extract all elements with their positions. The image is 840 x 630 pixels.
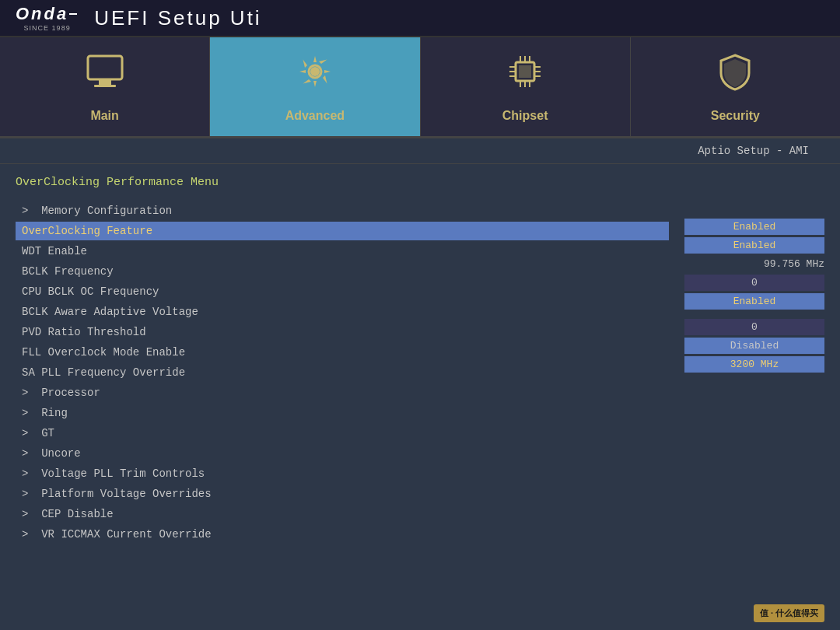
svg-rect-1: [99, 79, 111, 85]
chip-icon: [505, 51, 545, 101]
menu-item-cpu-bclk[interactable]: CPU BCLK OC Frequency: [16, 282, 669, 301]
menu-item-overclocking-label: OverClocking Feature: [22, 225, 152, 237]
menu-item-bclk-aware-label: BCLK Aware Adaptive Voltage: [22, 306, 198, 318]
tab-advanced[interactable]: Advanced: [210, 37, 420, 136]
tab-main-label: Main: [90, 109, 118, 123]
menu-item-vr-label: > VR ICCMAX Current Override: [22, 528, 212, 541]
tab-chipset-label: Chipset: [502, 109, 548, 123]
menu-item-cpu-bclk-label: CPU BCLK OC Frequency: [22, 285, 159, 298]
menu-item-platform-voltage-label: > Platform Voltage Overrides: [22, 488, 212, 500]
menu-item-fll-label: FLL Overclock Mode Enable: [22, 346, 185, 359]
watermark-text: 值 · 什么值得买: [760, 608, 818, 618]
value-fll: 0: [684, 319, 824, 335]
svg-point-4: [310, 67, 320, 76]
menu-item-processor[interactable]: > Processor: [16, 383, 669, 402]
menu-item-fll[interactable]: FLL Overclock Mode Enable: [16, 343, 669, 362]
nav-tabs: Main Advanced: [0, 37, 840, 138]
menu-item-wdt-label: WDT Enable: [22, 245, 87, 257]
menu-item-uncore[interactable]: > Uncore: [16, 444, 669, 463]
menu-item-processor-label: > Processor: [22, 387, 100, 399]
menu-item-pvd-label: PVD Ratio Threshold: [22, 326, 146, 338]
value-wdt: Enabled: [684, 237, 824, 254]
menu-item-ring-label: > Ring: [22, 407, 68, 419]
content-header: Aptio Setup - AMI: [0, 138, 840, 164]
tab-advanced-label: Advanced: [285, 109, 345, 123]
menu-item-bclk-aware[interactable]: BCLK Aware Adaptive Voltage: [16, 303, 669, 321]
menu-item-wdt[interactable]: WDT Enable: [16, 242, 669, 261]
menu-item-cep-label: > CEP Disable: [22, 508, 114, 520]
tab-security-label: Security: [711, 109, 760, 123]
right-panel: Enabled Enabled 99.756 MHz 0 Enabled 0 D…: [684, 176, 824, 618]
tab-main[interactable]: Main: [0, 37, 210, 136]
main-content: OverClocking Performance Menu > Memory C…: [0, 164, 840, 630]
menu-item-sa-pll-label: SA PLL Frequency Override: [22, 366, 185, 379]
top-bar: Onda SINCE 1989 UEFI Setup Uti: [0, 0, 840, 37]
value-pvd: [684, 312, 824, 317]
shield-icon: [715, 51, 755, 101]
menu-item-cep[interactable]: > CEP Disable: [16, 505, 669, 523]
monitor-icon: [85, 51, 125, 101]
left-panel: OverClocking Performance Menu > Memory C…: [16, 176, 669, 618]
menu-item-voltage-pll-label: > Voltage PLL Trim Controls: [22, 467, 205, 480]
bottom-bar: 值 · 什么值得买: [754, 604, 824, 622]
logo-text: Onda: [16, 4, 79, 24]
menu-item-bclk-freq[interactable]: BCLK Frequency: [16, 262, 669, 281]
uefi-title: UEFI Setup Uti: [94, 6, 261, 30]
watermark: 值 · 什么值得买: [754, 604, 824, 622]
logo-brand: Onda SINCE 1989: [16, 4, 79, 32]
menu-item-pvd[interactable]: PVD Ratio Threshold: [16, 323, 669, 341]
tab-security[interactable]: Security: [631, 37, 840, 136]
value-cpu-bclk: 0: [684, 275, 824, 291]
value-sa-pll: Disabled: [684, 338, 824, 354]
menu-item-voltage-pll[interactable]: > Voltage PLL Trim Controls: [16, 464, 669, 483]
menu-item-uncore-label: > Uncore: [22, 447, 81, 460]
menu-item-gt[interactable]: > GT: [16, 424, 669, 443]
value-bclk-freq: 99.756 MHz: [684, 256, 824, 272]
menu-item-sa-pll[interactable]: SA PLL Frequency Override: [16, 363, 669, 382]
menu-item-vr[interactable]: > VR ICCMAX Current Override: [16, 525, 669, 544]
gear-icon: [295, 51, 335, 101]
svg-rect-2: [94, 85, 116, 87]
menu-item-platform-voltage[interactable]: > Platform Voltage Overrides: [16, 485, 669, 503]
menu-item-memory[interactable]: > Memory Configuration: [16, 201, 669, 220]
menu-item-bclk-freq-label: BCLK Frequency: [22, 265, 114, 278]
content-area: Aptio Setup - AMI OverClocking Performan…: [0, 138, 840, 630]
value-processor: 3200 MHz: [684, 356, 824, 373]
svg-rect-0: [88, 56, 122, 79]
value-bclk-aware: Enabled: [684, 293, 824, 310]
tab-chipset[interactable]: Chipset: [421, 37, 631, 136]
menu-item-overclocking[interactable]: OverClocking Feature: [16, 222, 669, 240]
content-subtitle: Aptio Setup - AMI: [698, 145, 809, 157]
svg-rect-6: [519, 65, 531, 78]
menu-item-gt-label: > GT: [22, 427, 54, 439]
menu-item-memory-label: > Memory Configuration: [22, 205, 172, 217]
logo-subtitle: SINCE 1989: [24, 24, 71, 32]
value-overclocking: Enabled: [684, 219, 824, 235]
menu-item-ring[interactable]: > Ring: [16, 404, 669, 422]
section-title: OverClocking Performance Menu: [16, 176, 669, 189]
bios-frame: Onda SINCE 1989 UEFI Setup Uti Main: [0, 0, 840, 630]
